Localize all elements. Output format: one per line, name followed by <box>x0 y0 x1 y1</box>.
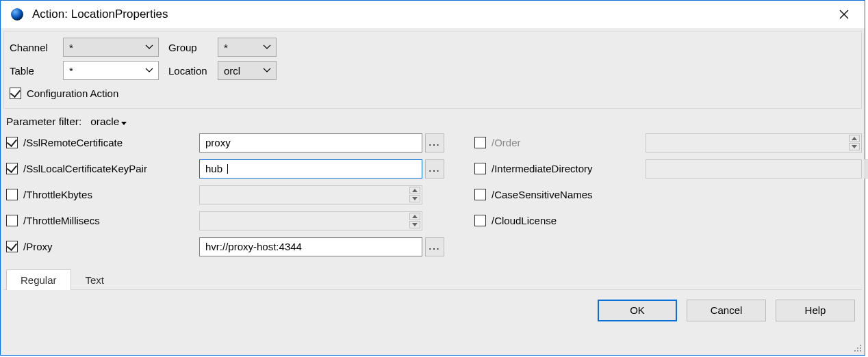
table-value: * <box>69 65 143 77</box>
group-label: Group <box>163 42 214 53</box>
spin-down-icon <box>409 221 420 228</box>
titlebar: Action: LocationProperties <box>1 1 865 28</box>
throttle_kbytes-label: /ThrottleKbytes <box>23 189 92 200</box>
location-combo[interactable]: orcl <box>218 61 277 80</box>
ssl_local_keypair-input[interactable]: hub <box>199 159 422 178</box>
chevron-down-icon <box>261 44 273 50</box>
input-value: hvr://proxy-host:4344 <box>205 241 302 252</box>
browse-button: ... <box>865 159 868 178</box>
order-label: /Order <box>492 137 521 148</box>
browse-button[interactable]: ... <box>425 237 444 256</box>
intermediate_dir-row: /IntermediateDirectory <box>474 163 643 174</box>
intermediate_dir-checkbox[interactable] <box>474 163 486 174</box>
table-combo[interactable]: * <box>63 61 159 80</box>
svg-point-0 <box>11 8 23 21</box>
input-value: hub <box>205 163 222 174</box>
proxy-checkbox[interactable] <box>6 241 18 252</box>
svg-rect-6 <box>860 345 861 346</box>
ok-button[interactable]: OK <box>598 300 677 321</box>
svg-rect-1 <box>860 350 861 352</box>
chevron-down-icon <box>143 44 155 50</box>
proxy-row: /Proxy <box>6 241 196 252</box>
table-label: Table <box>10 65 59 77</box>
number-spinner <box>199 211 422 230</box>
ssl_local_keypair-checkbox[interactable] <box>6 163 18 174</box>
location-label: Location <box>163 65 214 77</box>
tab-bar: RegularText <box>3 265 862 290</box>
throttle_millisecs-label: /ThrottleMillisecs <box>23 215 100 226</box>
config-action-row: Configuration Action <box>10 83 856 103</box>
throttle_millisecs-row: /ThrottleMillisecs <box>6 215 196 226</box>
number-spinner <box>199 185 422 204</box>
resize-grip-icon[interactable] <box>853 343 863 353</box>
window-title: Action: LocationProperties <box>32 8 168 21</box>
channel-label: Channel <box>10 42 59 53</box>
scope-row-1: Channel * Group * <box>10 36 856 59</box>
intermediate_dir-input <box>646 159 862 178</box>
close-button[interactable] <box>830 5 858 24</box>
browse-button[interactable]: ... <box>425 159 444 178</box>
channel-combo[interactable]: * <box>63 38 159 57</box>
spin-up-icon <box>409 213 420 220</box>
group-combo[interactable]: * <box>218 38 277 57</box>
chevron-down-icon <box>261 68 273 73</box>
ssl_remote_cert-checkbox[interactable] <box>6 137 18 148</box>
group-value: * <box>224 42 261 53</box>
cloud_license-checkbox[interactable] <box>474 215 486 226</box>
spin-down-icon <box>409 195 420 202</box>
param-filter-value[interactable]: oracle <box>90 116 119 127</box>
proxy-input[interactable]: hvr://proxy-host:4344 <box>199 237 422 256</box>
ssl_remote_cert-row: /SslRemoteCertificate <box>6 137 196 148</box>
cloud_license-row: /CloudLicense <box>474 215 643 226</box>
svg-rect-2 <box>857 350 858 352</box>
cloud_license-label: /CloudLicense <box>492 215 557 226</box>
case_sensitive-label: /CaseSensitiveNames <box>492 189 593 200</box>
browse-button[interactable]: ... <box>425 133 444 153</box>
spin-up-icon <box>849 135 860 142</box>
order-checkbox[interactable] <box>474 137 486 148</box>
dialog-body: Channel * Group * Table * Location <box>1 28 865 355</box>
order-row: /Order <box>474 137 643 148</box>
config-action-label: Configuration Action <box>27 88 118 99</box>
scope-group: Channel * Group * Table * Location <box>3 31 862 109</box>
svg-rect-4 <box>854 350 856 352</box>
help-button[interactable]: Help <box>776 300 855 321</box>
tab-text[interactable]: Text <box>71 269 119 290</box>
app-icon <box>10 8 24 21</box>
spin-down-icon <box>849 143 860 150</box>
input-value: proxy <box>205 137 231 148</box>
throttle_kbytes-checkbox[interactable] <box>6 189 18 200</box>
dialog-footer: OK Cancel Help <box>3 290 862 323</box>
chevron-down-icon <box>121 116 127 129</box>
tab-regular[interactable]: Regular <box>6 269 71 290</box>
svg-rect-5 <box>857 347 858 349</box>
spin-up-icon <box>409 187 420 194</box>
throttle_millisecs-checkbox[interactable] <box>6 215 18 226</box>
throttle_kbytes-row: /ThrottleKbytes <box>6 189 196 200</box>
parameter-grid: /SslRemoteCertificate proxy ... /Order /… <box>3 130 862 260</box>
param-filter-label: Parameter filter: <box>6 116 81 127</box>
cancel-button[interactable]: Cancel <box>687 300 766 321</box>
param-filter: Parameter filter: oracle <box>3 111 862 130</box>
dialog-window: Action: LocationProperties Channel * Gro… <box>0 0 865 356</box>
location-value: orcl <box>224 65 261 77</box>
proxy-label: /Proxy <box>23 241 53 252</box>
ssl_remote_cert-label: /SslRemoteCertificate <box>23 137 123 148</box>
channel-value: * <box>69 42 143 53</box>
svg-rect-3 <box>860 347 861 349</box>
ssl_remote_cert-input[interactable]: proxy <box>199 133 422 153</box>
intermediate_dir-label: /IntermediateDirectory <box>492 163 593 174</box>
number-spinner <box>646 133 862 153</box>
chevron-down-icon <box>143 68 155 73</box>
scope-row-2: Table * Location orcl <box>10 59 856 82</box>
case_sensitive-checkbox[interactable] <box>474 189 486 200</box>
ssl_local_keypair-row: /SslLocalCertificateKeyPair <box>6 163 196 174</box>
case_sensitive-row: /CaseSensitiveNames <box>474 189 643 200</box>
config-action-checkbox[interactable] <box>10 88 21 99</box>
ssl_local_keypair-label: /SslLocalCertificateKeyPair <box>23 163 147 174</box>
